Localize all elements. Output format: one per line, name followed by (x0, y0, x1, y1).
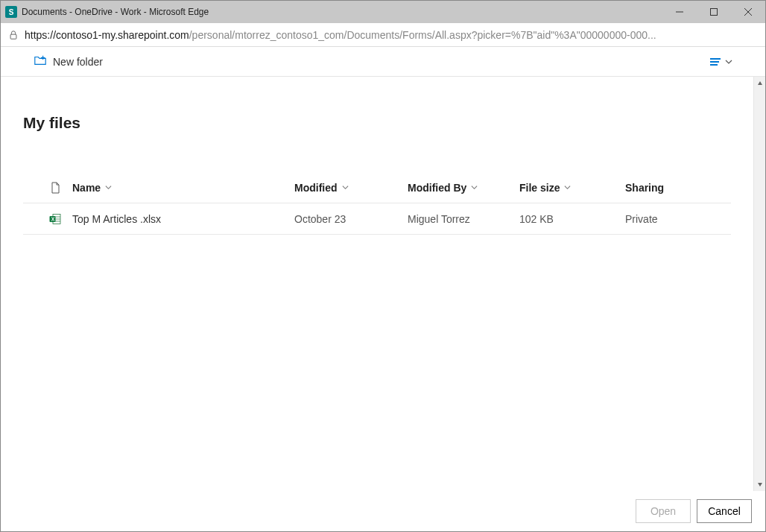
app-icon: S (5, 6, 17, 18)
chevron-down-icon (342, 184, 349, 191)
svg-marker-15 (758, 81, 762, 85)
svg-marker-16 (758, 483, 762, 487)
excel-file-icon (38, 213, 72, 225)
chevron-down-icon (564, 184, 571, 191)
column-header-sharing[interactable]: Sharing (625, 182, 716, 194)
dialog-footer: Open Cancel (1, 491, 765, 531)
window-titlebar: S Documents - OneDrive - Work - Microsof… (1, 1, 765, 23)
file-name: Top M Articles .xlsx (72, 213, 294, 225)
table-header-row: Name Modified Modified By File size Shar… (23, 172, 731, 203)
lock-icon (8, 30, 19, 40)
column-header-icon[interactable] (38, 182, 72, 194)
column-header-modified[interactable]: Modified (294, 182, 408, 194)
view-options-button[interactable] (709, 57, 732, 67)
window-title: Documents - OneDrive - Work - Microsoft … (22, 7, 662, 17)
list-view-icon (709, 57, 722, 67)
file-size: 102 KB (519, 213, 625, 225)
new-folder-label: New folder (53, 56, 103, 68)
close-button[interactable] (731, 1, 765, 23)
command-bar: New folder (1, 47, 765, 77)
file-sharing: Private (625, 213, 716, 225)
table-row[interactable]: Top M Articles .xlsx October 23 Miguel T… (23, 203, 731, 235)
scroll-down-icon[interactable] (754, 479, 765, 490)
maximize-button[interactable] (697, 1, 731, 23)
column-header-modified-by[interactable]: Modified By (408, 182, 519, 194)
vertical-scrollbar[interactable] (753, 77, 765, 491)
new-folder-icon (34, 54, 47, 69)
open-button: Open (636, 499, 691, 523)
new-folder-button[interactable]: New folder (34, 54, 103, 69)
chevron-down-icon (725, 58, 732, 66)
svg-rect-4 (10, 34, 16, 39)
document-icon (49, 182, 61, 194)
scroll-up-icon[interactable] (754, 78, 765, 89)
chevron-down-icon (471, 184, 478, 191)
file-table: Name Modified Modified By File size Shar… (23, 172, 731, 235)
svg-rect-1 (711, 9, 718, 16)
column-header-file-size[interactable]: File size (519, 182, 625, 194)
minimize-button[interactable] (662, 1, 697, 23)
cancel-button[interactable]: Cancel (697, 499, 752, 523)
address-bar[interactable]: https://contoso1-my.sharepoint.com/perso… (1, 23, 765, 47)
column-header-name[interactable]: Name (72, 182, 294, 194)
file-modified: October 23 (294, 213, 408, 225)
chevron-down-icon (105, 184, 112, 191)
url-text: https://contoso1-my.sharepoint.com/perso… (25, 29, 758, 41)
file-modified-by: Miguel Torrez (408, 213, 519, 225)
page-title: My files (23, 114, 731, 132)
